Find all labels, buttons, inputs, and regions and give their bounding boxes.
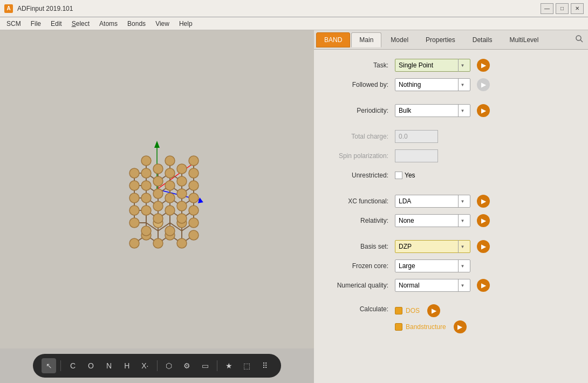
- svg-point-81: [153, 201, 163, 211]
- svg-line-104: [580, 40, 583, 42]
- menu-edit[interactable]: Edit: [46, 19, 66, 29]
- bandstructure-nav-arrow[interactable]: ▶: [454, 320, 467, 333]
- tab-band[interactable]: BAND: [316, 32, 350, 47]
- dos-nav-arrow[interactable]: ▶: [427, 304, 440, 317]
- menu-scm[interactable]: SCM: [2, 19, 25, 29]
- search-icon[interactable]: [573, 32, 586, 47]
- dos-checkbox[interactable]: [395, 307, 402, 314]
- periodicity-nav-arrow[interactable]: ▶: [477, 104, 490, 117]
- frozen-core-value: Large: [399, 262, 458, 270]
- gear-tool-button[interactable]: ⚙: [180, 358, 194, 373]
- numerical-quality-label: Numerical quality:: [325, 282, 395, 289]
- menu-help[interactable]: Help: [175, 19, 197, 29]
- tab-multilevel[interactable]: MultiLevel: [501, 32, 546, 47]
- tab-properties[interactable]: Properties: [418, 32, 463, 47]
- bandstructure-checkbox[interactable]: [395, 323, 402, 331]
- xc-functional-dropdown[interactable]: LDA ▼: [395, 195, 470, 208]
- periodicity-dropdown[interactable]: Bulk ▼: [395, 104, 470, 117]
- task-nav-arrow[interactable]: ▶: [477, 59, 490, 72]
- total-charge-label: Total charge:: [325, 133, 395, 140]
- svg-point-74: [129, 206, 139, 215]
- numerical-quality-dropdown[interactable]: Normal ▼: [395, 279, 470, 292]
- right-panel: BAND Main Model Properties Details Multi…: [314, 30, 588, 383]
- dots-tool-button[interactable]: ⠿: [258, 358, 272, 373]
- numerical-quality-nav-arrow[interactable]: ▶: [477, 279, 490, 292]
- svg-point-99: [153, 164, 163, 174]
- svg-point-78: [165, 206, 175, 215]
- ring-tool-button[interactable]: ⬡: [162, 358, 176, 373]
- select-tool-button[interactable]: ↖: [42, 358, 56, 373]
- total-charge-row: Total charge:: [325, 129, 577, 143]
- tab-details[interactable]: Details: [464, 32, 501, 47]
- svg-point-67: [189, 230, 199, 240]
- menu-atoms[interactable]: Atoms: [95, 19, 122, 29]
- periodicity-label: Periodicity:: [325, 107, 395, 114]
- menu-view[interactable]: View: [151, 19, 174, 29]
- svg-point-73: [189, 218, 199, 228]
- square-tool-button[interactable]: ▭: [197, 358, 212, 373]
- svg-point-94: [177, 176, 187, 186]
- unrestricted-row: Unrestricted: Yes: [325, 168, 577, 182]
- numerical-quality-arrow: ▼: [458, 279, 467, 292]
- xc-functional-nav-arrow[interactable]: ▶: [477, 195, 490, 208]
- svg-point-96: [165, 168, 175, 178]
- followed-by-value: Nothing: [399, 81, 458, 88]
- main-container: ↖ C O N H X· ⬡ ⚙ ▭ ★ ⬚ ⠿ BAND Main: [0, 30, 588, 383]
- svg-point-91: [189, 181, 199, 190]
- app-icon: A: [4, 4, 13, 13]
- svg-point-82: [177, 201, 187, 211]
- tab-model[interactable]: Model: [382, 32, 416, 47]
- periodicity-row: Periodicity: Bulk ▼ ▶: [325, 104, 577, 118]
- svg-point-64: [177, 238, 187, 248]
- svg-point-93: [153, 176, 163, 186]
- svg-point-95: [141, 168, 151, 178]
- menu-file[interactable]: File: [26, 19, 45, 29]
- unrestricted-yes-label: Yes: [405, 172, 415, 179]
- nitrogen-tool-button[interactable]: N: [101, 358, 116, 373]
- frozen-core-label: Frozen core:: [325, 262, 395, 270]
- menu-select[interactable]: Select: [67, 19, 94, 29]
- numerical-quality-row: Numerical quality: Normal ▼ ▶: [325, 278, 577, 292]
- svg-point-68: [129, 218, 139, 228]
- task-label: Task:: [325, 61, 395, 69]
- svg-point-80: [129, 193, 139, 203]
- tab-bar: BAND Main Model Properties Details Multi…: [314, 30, 588, 50]
- minimize-button[interactable]: —: [541, 3, 553, 14]
- maximize-button[interactable]: □: [556, 3, 569, 14]
- carbon-tool-button[interactable]: C: [65, 358, 80, 373]
- titlebar: A ADFinput 2019.101 — □ ✕: [0, 0, 588, 17]
- dos-label: DOS: [406, 307, 420, 314]
- frozen-core-dropdown[interactable]: Large ▼: [395, 259, 470, 272]
- followed-by-dropdown[interactable]: Nothing ▼: [395, 78, 470, 91]
- content-area: Task: Single Point ▼ ▶ Followed by: Noth…: [314, 50, 588, 383]
- relativity-row: Relativity: None ▼ ▶: [325, 214, 577, 228]
- calculate-dos-item[interactable]: DOS ▶: [395, 304, 440, 317]
- menubar: SCM File Edit Select Atoms Bonds View He…: [0, 17, 588, 30]
- basis-set-arrow: ▼: [458, 240, 467, 253]
- 3d-viewport[interactable]: [0, 30, 314, 348]
- svg-point-72: [165, 226, 175, 236]
- app-title: ADFinput 2019.101: [17, 5, 73, 12]
- total-charge-input[interactable]: [395, 130, 438, 143]
- unrestricted-checkbox[interactable]: [395, 172, 402, 179]
- close-button[interactable]: ✕: [571, 3, 584, 14]
- task-dropdown[interactable]: Single Point ▼: [395, 59, 470, 72]
- star-tool-button[interactable]: ★: [222, 358, 236, 373]
- calculate-bandstructure-item[interactable]: Bandstructure ▶: [395, 320, 467, 333]
- spin-polarization-row: Spin polarization:: [325, 149, 577, 163]
- x-tool-button[interactable]: X·: [138, 358, 152, 373]
- followed-by-nav-arrow[interactable]: ▶: [477, 78, 490, 91]
- svg-point-63: [153, 238, 163, 248]
- spin-polarization-input[interactable]: [395, 149, 438, 162]
- tab-main[interactable]: Main: [351, 32, 381, 47]
- relativity-label: Relativity:: [325, 217, 395, 224]
- basis-set-nav-arrow[interactable]: ▶: [477, 240, 490, 253]
- hydrogen-tool-button[interactable]: H: [120, 358, 134, 373]
- relativity-nav-arrow[interactable]: ▶: [477, 214, 490, 227]
- oxygen-tool-button[interactable]: O: [84, 358, 98, 373]
- svg-point-88: [177, 189, 187, 199]
- menu-bonds[interactable]: Bonds: [123, 19, 150, 29]
- frame-tool-button[interactable]: ⬚: [240, 358, 254, 373]
- relativity-dropdown[interactable]: None ▼: [395, 214, 470, 227]
- basis-set-dropdown[interactable]: DZP ▼: [395, 240, 470, 253]
